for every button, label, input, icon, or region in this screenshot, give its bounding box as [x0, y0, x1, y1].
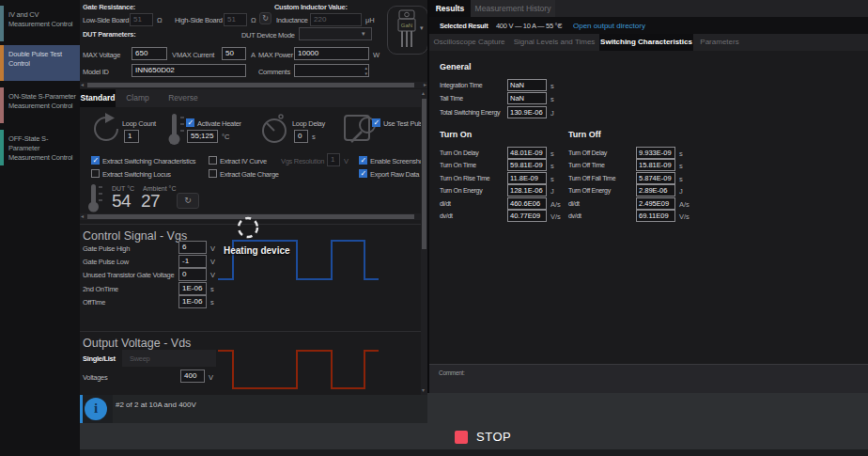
turn-on-rise-time-value[interactable]: 11.8E-09	[507, 172, 547, 184]
turn-off-time-value[interactable]: 15.81E-09	[636, 159, 675, 171]
gate-pulse-low-input[interactable]: -1	[178, 255, 207, 268]
vgs-resolution-input[interactable]: 1	[327, 153, 340, 166]
row-unit: V	[210, 244, 215, 253]
timer-icon	[258, 113, 290, 145]
loop-delay-input[interactable]: 0	[294, 130, 308, 143]
extract-switching-locus-checkbox[interactable]	[91, 169, 100, 178]
horizontal-scrollbar[interactable]: ◂ ▸	[80, 82, 427, 88]
max-power-input[interactable]: 10000	[294, 47, 369, 60]
turn-on-didt-value[interactable]: 460.6E06	[507, 197, 547, 210]
busy-spinner-icon	[235, 214, 261, 241]
turn-off-energy-label: Turn Off Energy	[568, 187, 611, 194]
integration-time-value[interactable]: NaN	[507, 79, 547, 91]
turn-on-dvdt-value[interactable]: 40.77E09	[507, 210, 547, 222]
scroll-up-icon[interactable]: ▴	[422, 90, 425, 97]
scroll-left-icon[interactable]: ◂	[81, 213, 84, 220]
selected-result-value[interactable]: 400 V — 10 A — 55 °C	[496, 22, 562, 30]
test-pulse-icon	[343, 112, 380, 146]
spinner-arrows-icon[interactable]: ▴▾	[364, 65, 367, 76]
tab-results[interactable]: Results	[429, 0, 471, 17]
chevron-down-icon[interactable]: ▾	[420, 24, 424, 32]
tab-clamp[interactable]: Clamp	[116, 89, 160, 107]
voltages-input[interactable]: 400	[180, 370, 205, 383]
tab-standard[interactable]: Standard	[80, 89, 116, 107]
tab-signal-levels[interactable]: Signal Levels and Times	[509, 34, 599, 51]
custom-inductor-title: Custom Inductor Value:	[274, 3, 348, 11]
refresh-icon[interactable]: ↻	[259, 12, 271, 24]
turn-on-energy-value[interactable]: 128.1E-06	[507, 184, 547, 197]
row-unit: J	[550, 187, 554, 196]
turn-off-time-label: Turn Off Time	[568, 162, 605, 168]
sidebar-item-double-pulse[interactable]: Double Pulse Test Control	[0, 45, 80, 81]
sidebar-item-iv-cv[interactable]: IV and CV Measurement Control	[0, 6, 80, 41]
extract-switching-characteristics-checkbox[interactable]	[91, 156, 100, 165]
comments-input[interactable]: ▴▾	[294, 64, 369, 77]
sidebar-item-label: ON-State S-Parameter Measurement Control	[4, 87, 80, 123]
comments-label: Comments	[258, 68, 290, 76]
scroll-down-icon[interactable]: ▾	[422, 387, 425, 394]
turn-off-didt-value[interactable]: 2.495E09	[636, 197, 675, 210]
turn-on-time-value[interactable]: 59.81E-09	[507, 159, 547, 171]
turn-off-dvdt-value[interactable]: 69.11E09	[636, 210, 675, 222]
row-unit: s	[550, 175, 554, 183]
row-unit: V	[210, 271, 215, 279]
tail-time-value[interactable]: NaN	[507, 92, 547, 104]
total-switching-energy-value[interactable]: 130.9E-06	[507, 106, 547, 118]
stop-button[interactable]: STOP	[455, 430, 511, 444]
loop-count-input[interactable]: 1	[124, 130, 139, 143]
chevron-down-icon[interactable]: ▾	[362, 30, 365, 38]
unused-gate-voltage-input[interactable]: 0	[178, 268, 207, 281]
heater-temp-input[interactable]: 55;125	[187, 130, 218, 143]
turn-off-fall-time-value[interactable]: 5.874E-09	[636, 172, 675, 184]
scroll-left-icon[interactable]: ◂	[81, 82, 84, 88]
max-voltage-input[interactable]: 650	[132, 47, 167, 60]
scroll-right-icon[interactable]: ▸	[424, 82, 426, 88]
gate-pulse-high-input[interactable]: 6	[178, 241, 207, 254]
tab-parameters[interactable]: Parameters	[693, 34, 746, 51]
turn-off-energy-value[interactable]: 2.89E-06	[636, 184, 675, 197]
second-ontime-input[interactable]: 1E-06	[178, 282, 207, 295]
low-side-input[interactable]: 51	[130, 13, 153, 26]
enable-screenshots-checkbox[interactable]	[359, 156, 367, 165]
tab-oscilloscope-capture[interactable]: Oscilloscope Capture	[429, 34, 509, 51]
turn-off-didt-label: di/dt	[568, 200, 580, 207]
high-side-input[interactable]: 51	[224, 13, 247, 26]
max-current-input[interactable]: 50	[222, 47, 246, 60]
inductance-input[interactable]: 220	[310, 13, 362, 26]
tab-single-list[interactable]: Single/List	[83, 354, 116, 363]
offtime-input[interactable]: 1E-06	[178, 295, 207, 308]
model-id-input[interactable]: INN650D02	[132, 64, 246, 77]
tab-measurement-history[interactable]: Measurement History	[471, 0, 555, 17]
extract-iv-curve-checkbox[interactable]	[209, 156, 217, 165]
turn-off-delay-value[interactable]: 9.933E-09	[636, 147, 675, 159]
chevron-down-icon[interactable]: ▾	[558, 22, 562, 29]
current-unit: A	[251, 51, 256, 59]
turn-off-fall-time-label: Turn Off Fall Time	[568, 175, 615, 181]
export-raw-data-checkbox[interactable]	[359, 169, 367, 178]
sidebar-item-off-state[interactable]: OFF-State S-Parameter Measurement Contro…	[0, 130, 80, 165]
total-switching-energy-label: Total Switching Energy	[440, 109, 500, 116]
tab-switching-characteristics[interactable]: Switching Characteristics	[599, 34, 693, 51]
turn-on-delay-value[interactable]: 48.01E-09	[507, 147, 547, 159]
tail-time-label: Tail Time	[440, 95, 463, 102]
sidebar-item-label: OFF-State S-Parameter Measurement Contro…	[4, 130, 80, 165]
open-output-directory-link[interactable]: Open output directory	[573, 22, 645, 30]
scrollbar-thumb[interactable]	[422, 99, 426, 249]
sidebar-item-on-state[interactable]: ON-State S-Parameter Measurement Control	[0, 87, 80, 123]
comment-input[interactable]	[439, 377, 859, 390]
row-unit: V	[210, 258, 215, 266]
extract-iv-curve-label: Extract IV Curve	[220, 157, 267, 165]
scrollbar-thumb[interactable]	[87, 83, 414, 87]
gate-pulse-low-label: Gate Pulse Low	[83, 258, 129, 266]
vertical-scrollbar[interactable]: ▴ ▾	[421, 89, 427, 395]
refresh-temps-icon[interactable]: ↻	[177, 193, 199, 209]
control-signal-title: Control Signal - Vgs	[83, 229, 187, 243]
tab-sweep[interactable]: Sweep	[122, 350, 216, 367]
activate-heater-checkbox[interactable]	[186, 118, 194, 127]
use-test-pulse-checkbox[interactable]	[372, 118, 380, 127]
tab-reverse[interactable]: Reverse	[160, 89, 207, 107]
row-unit: s	[550, 95, 554, 103]
extract-gate-charge-checkbox[interactable]	[209, 169, 217, 178]
extract-gate-charge-label: Extract Gate Charge	[220, 170, 279, 179]
tab-sweep-label: Sweep	[130, 354, 149, 363]
